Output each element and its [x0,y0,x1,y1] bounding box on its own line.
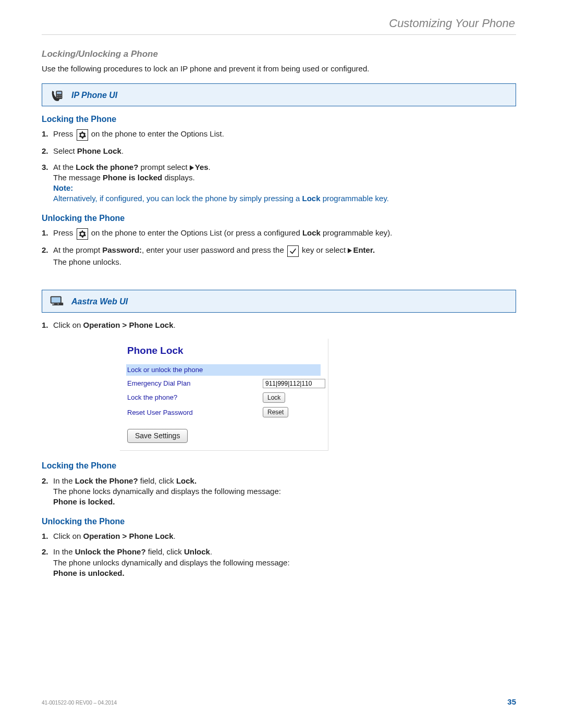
step-text: At the [53,163,76,171]
step-text: Select [53,146,77,155]
svg-point-7 [60,97,62,98]
aastra-web-ui-band: Aastra Web UI [42,290,516,313]
ip-locking-heading: Locking the Phone [42,114,516,125]
section-title: Locking/Unlocking a Phone [42,48,516,60]
doc-id: 41-001522-00 REV00 – 04.2014 [42,699,117,707]
step-text: displays. [162,173,195,182]
step-bold: Unlock [184,547,210,556]
svg-point-3 [59,95,60,96]
list-item: 2. At the prompt Password:, enter your u… [42,245,516,267]
aastra-web-ui-label: Aastra Web UI [71,296,128,307]
lock-phone-row: Lock the phone? Lock [127,392,321,403]
note-bold: Lock [302,194,320,203]
list-item: 2. Select Phone Lock. [42,146,516,156]
reset-button[interactable]: Reset [263,407,288,417]
svg-rect-1 [57,92,62,94]
step-bold: Operation > Phone Lock [83,320,174,329]
page-footer: 41-001522-00 REV00 – 04.2014 35 [42,697,516,707]
ip-phone-ui-band: IP Phone UI [42,83,516,106]
svg-rect-10 [54,303,58,304]
gear-key-icon [77,228,88,240]
step-text: , enter your user password and press the [142,245,286,254]
step-text: Click on [53,532,83,540]
step-text: Click on [53,320,83,329]
step-text: In the [53,476,75,485]
step-number: 1. [42,531,48,541]
step-number: 2. [42,547,48,557]
step-bold: Lock [302,228,321,237]
save-settings-button[interactable]: Save Settings [127,429,188,443]
lock-phone-label: Lock the phone? [127,393,263,402]
step-bold: Phone Lock [77,146,121,155]
list-item: 3. At the Lock the phone? prompt select … [42,162,516,204]
step-bold: Lock the phone? [76,163,138,171]
step-bold: Lock the Phone? [75,476,138,485]
ip-locking-steps: 1. Press on the phone to enter the Optio… [42,129,516,204]
dial-plan-input[interactable] [263,379,325,388]
svg-rect-12 [59,302,64,305]
triangle-right-icon [190,165,194,170]
ip-unlocking-steps: 1. Press on the phone to enter the Optio… [42,228,516,267]
list-item: 2. In the Lock the Phone? field, click L… [42,476,516,508]
step-text: field, click [138,476,176,485]
list-item: 1. Click on Operation > Phone Lock. [42,320,516,330]
step-bold: Enter. [353,245,375,254]
web-unlocking-heading: Unlocking the Phone [42,516,516,527]
step-text: on the phone to enter the Options List (… [91,228,302,237]
web-unlocking-steps: 1. Click on Operation > Phone Lock. 2. I… [42,531,516,578]
note-label: Note: [53,183,73,192]
step-bold: Operation > Phone Lock [83,532,174,540]
svg-point-4 [60,95,62,96]
page-number: 35 [507,697,516,707]
intro-text: Use the following procedures to lock an … [42,64,516,74]
header-rule [42,34,516,35]
phone-lock-panel: Phone Lock Lock or unlock the phone Emer… [120,339,328,451]
list-item: 1. Press on the phone to enter the Optio… [42,129,516,141]
svg-rect-11 [52,304,59,305]
svg-point-5 [57,97,58,98]
page-header: Customizing Your Phone [42,16,516,31]
list-item: 2. In the Unlock the Phone? field, click… [42,547,516,578]
step-number: 1. [42,228,48,238]
lock-unlock-label: Lock or unlock the phone [127,365,263,375]
monitor-icon [50,294,64,309]
step-text: field, click [146,547,184,556]
reset-password-row: Reset User Password Reset [127,407,321,417]
step-number: 2. [42,245,48,255]
step-text: prompt select [138,163,189,171]
step-bold: Phone is locked [103,173,162,182]
step-text: Press [53,228,76,237]
step-bold: Lock. [176,476,197,485]
step-text: Press [53,129,76,138]
step-number: 2. [42,476,48,486]
triangle-right-icon [348,248,352,253]
step-text: The message [53,173,103,182]
lock-button[interactable]: Lock [263,392,285,403]
step-text: on the phone to enter the Options List. [91,129,224,138]
note-text: programmable key. [321,194,389,203]
step-number: 3. [42,162,48,172]
lock-unlock-row: Lock or unlock the phone [126,364,321,376]
step-text: . [209,163,211,171]
step-text: The phone locks dynamically and displays… [53,487,281,496]
gear-key-icon [77,129,88,141]
step-text: At the prompt [53,245,102,254]
step-text: In the [53,547,75,556]
web-step1-list: 1. Click on Operation > Phone Lock. [42,320,516,330]
dial-plan-label: Emergency Dial Plan [127,379,263,388]
step-text: . [210,547,212,556]
step-text: The phone unlocks dynamically and displa… [53,558,290,567]
step-text: key or select [302,245,348,254]
step-text: The phone unlocks. [53,257,121,266]
dial-plan-row: Emergency Dial Plan [127,379,321,388]
step-text: . [173,532,175,540]
svg-point-2 [57,95,58,96]
step-number: 1. [42,129,48,139]
phone-lock-title: Phone Lock [127,344,321,357]
reset-password-label: Reset User Password [127,408,263,417]
list-item: 1. Press on the phone to enter the Optio… [42,228,516,240]
desk-phone-icon [50,88,64,103]
web-locking-steps: 2. In the Lock the Phone? field, click L… [42,476,516,508]
note-text: Alternatively, if configured, you can lo… [53,194,302,203]
step-bold: Phone is locked. [53,497,115,506]
